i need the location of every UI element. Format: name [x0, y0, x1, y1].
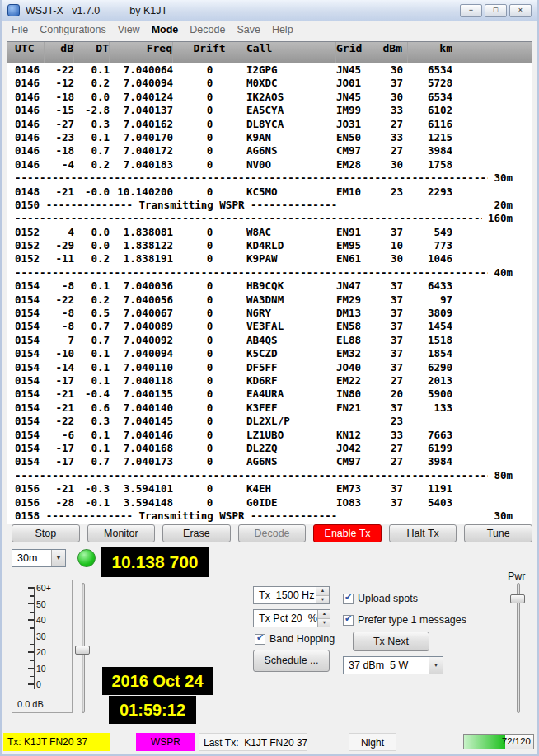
cell-call: HB9CQK: [246, 279, 336, 293]
table-row[interactable]: 0154-21-0.47.0401350EA4URAIN80205900: [7, 387, 532, 401]
tx-freq-spinner[interactable]: Tx 1500 Hz ▲ ▼: [253, 586, 330, 604]
band-select[interactable]: 30m ▼: [12, 549, 66, 567]
cell-db: -6: [45, 429, 74, 442]
meter-tick: 0: [24, 680, 41, 688]
maximize-icon[interactable]: □: [485, 4, 507, 17]
table-row[interactable]: 0146-120.27.0400940M0XDCJO01375728: [7, 77, 532, 90]
chevron-down-icon[interactable]: ▼: [429, 657, 443, 674]
cell-dt: 0.0: [74, 91, 110, 104]
spin-up-icon[interactable]: ▲: [318, 610, 330, 618]
meter-minor-tick: [24, 672, 34, 680]
menu-item-file[interactable]: File: [6, 21, 34, 38]
table-row[interactable]: 0154-170.17.0401180KD6RFEM22272013: [7, 374, 532, 387]
tx-next-button[interactable]: Tx Next: [353, 632, 429, 651]
table-row[interactable]: 015470.77.0400920AB4QSEL88371518: [7, 334, 532, 347]
enable-tx-button[interactable]: Enable Tx: [313, 524, 382, 542]
cell-utc: 0156: [7, 482, 45, 495]
table-row[interactable]: 0156-28-0.13.5941480G0IDEIO83375403: [7, 496, 532, 509]
cell-utc: 0154: [7, 415, 45, 428]
cell-drift: 0: [173, 252, 246, 265]
tx-pct-spinner[interactable]: Tx Pct 20 % ▲ ▼: [253, 609, 330, 627]
table-row[interactable]: 0146-180.77.0401720AG6NSCM97273984: [7, 144, 532, 157]
cell-freq: 7.040094: [110, 347, 173, 360]
band-hopping-checkbox[interactable]: ✔ Band Hopping: [255, 633, 335, 645]
upload-spots-checkbox[interactable]: ✔ Upload spots: [343, 593, 418, 604]
menu-item-decode[interactable]: Decode: [184, 21, 231, 38]
frequency-display[interactable]: 10.138 700: [101, 547, 209, 577]
chevron-down-icon[interactable]: ▼: [51, 550, 65, 566]
table-row[interactable]: 0152-290.01.8381220KD4RLDEM9510773: [7, 239, 532, 252]
cell-call: N6RY: [246, 307, 336, 320]
cell-grid: EM73: [336, 482, 373, 495]
cell-utc: 0154: [7, 293, 45, 307]
menu-item-save[interactable]: Save: [231, 21, 266, 38]
table-row[interactable]: 0154-80.17.0400360HB9CQKJN47376433: [7, 279, 532, 293]
menu-item-configurations[interactable]: Configurations: [34, 21, 112, 38]
meter-minor-tick: [24, 608, 34, 616]
column-header-dt: DT: [74, 42, 110, 63]
schedule-button[interactable]: Schedule ...: [253, 650, 330, 672]
prefer-type1-label: Prefer type 1 messages: [358, 614, 466, 626]
spin-down-icon[interactable]: ▼: [316, 595, 329, 604]
cell-freq: 1.838191: [110, 252, 173, 265]
meter-tick: 50: [24, 600, 46, 608]
cell-call: K3FEF: [246, 401, 336, 415]
cell-dt: 0.7: [74, 144, 110, 157]
power-select[interactable]: 37 dBm 5 W ▼: [343, 656, 443, 674]
table-row[interactable]: 0154-80.57.0400670N6RYDM13373809: [7, 307, 532, 320]
table-row[interactable]: 0154-140.17.0401100DF5FFJO40376290: [7, 361, 532, 374]
table-row[interactable]: 0146-180.07.0401240IK2AOSJN45306534: [7, 91, 532, 104]
table-row[interactable]: 0146-230.17.0401700K9ANEN50331215: [7, 131, 532, 144]
menu-item-help[interactable]: Help: [266, 21, 299, 38]
cell-km: 2013: [408, 374, 457, 387]
minimize-icon[interactable]: −: [460, 4, 482, 17]
cell-km: 2293: [408, 185, 457, 199]
table-row[interactable]: 0154-170.77.0401730AG6NSCM97273984: [7, 455, 532, 468]
halt-tx-button[interactable]: Halt Tx: [389, 524, 457, 542]
tx-freq-value: Tx 1500 Hz: [254, 589, 316, 601]
table-row[interactable]: 0154-170.17.0401680DL2ZQJO42276199: [7, 442, 532, 455]
erase-button[interactable]: Erase: [162, 524, 231, 542]
cell-db: -21: [45, 482, 74, 495]
table-row[interactable]: 0154-60.17.0401460LZ1UBOKN12337663: [7, 429, 532, 442]
cell-dt: 0.3: [74, 415, 110, 428]
monitor-button[interactable]: Monitor: [87, 524, 156, 542]
prefer-type1-checkbox[interactable]: ✔ Prefer type 1 messages: [343, 614, 466, 626]
cell-dt: -0.3: [74, 482, 110, 495]
cell-dt: 0.1: [74, 429, 110, 442]
spin-down-icon[interactable]: ▼: [318, 618, 330, 627]
gain-slider-handle[interactable]: [75, 646, 90, 655]
table-row[interactable]: 015240.01.8380810W8ACEN9137549: [7, 226, 532, 239]
close-icon[interactable]: ×: [509, 4, 532, 17]
table-row[interactable]: 0152-110.21.8381910K9PAWEN61301046: [7, 252, 532, 265]
cell-dt: 0.6: [74, 401, 110, 415]
spin-up-icon[interactable]: ▲: [316, 587, 329, 595]
stop-button[interactable]: Stop: [12, 524, 80, 542]
table-row[interactable]: 0146-40.27.0401830NV0OEM28301758: [7, 158, 532, 171]
menu-item-mode[interactable]: Mode: [146, 21, 185, 38]
cell-km: 6199: [408, 442, 457, 455]
table-row[interactable]: 0154-210.67.0401400K3FEFFN2137133: [7, 401, 532, 415]
cell-grid: CM97: [336, 455, 373, 468]
cell-dbm: 27: [373, 374, 408, 387]
cell-drift: 0: [173, 118, 246, 131]
table-row[interactable]: 0148-21-0.010.1402000KC5MOEM10232293: [7, 185, 532, 199]
cell-freq: 10.140200: [110, 185, 173, 199]
cell-db: -10: [45, 347, 74, 360]
title-bar[interactable]: WSJT-X v1.7.0 by K1JT − □ ×: [2, 0, 537, 21]
tune-button[interactable]: Tune: [464, 524, 532, 542]
band-select-value: 30m: [12, 552, 51, 564]
menu-item-view[interactable]: View: [112, 21, 146, 38]
cell-dbm: 30: [373, 63, 408, 77]
table-row[interactable]: 0146-270.37.0401620DL8YCAJO31276116: [7, 118, 532, 131]
table-row[interactable]: 0154-220.37.0401450DL2XL/P23: [7, 415, 532, 428]
table-row[interactable]: 0154-80.77.0400890VE3FALEN58371454: [7, 320, 532, 333]
table-row[interactable]: 0154-100.17.0400940K5CZDEM32371854: [7, 347, 532, 360]
table-row[interactable]: 0156-21-0.33.5941010K4EHEM73371191: [7, 482, 532, 495]
table-row[interactable]: 0154-220.27.0400560WA3DNMFM293797: [7, 293, 532, 307]
decode-button[interactable]: Decode: [238, 524, 307, 542]
pwr-slider-handle[interactable]: [510, 594, 525, 603]
table-row[interactable]: 0146-220.17.0400640I2GPGJN45306534: [7, 63, 532, 77]
meter-tick: 20: [24, 648, 46, 656]
table-row[interactable]: 0146-15-2.87.0401370EA5CYAIM99336102: [7, 104, 532, 117]
